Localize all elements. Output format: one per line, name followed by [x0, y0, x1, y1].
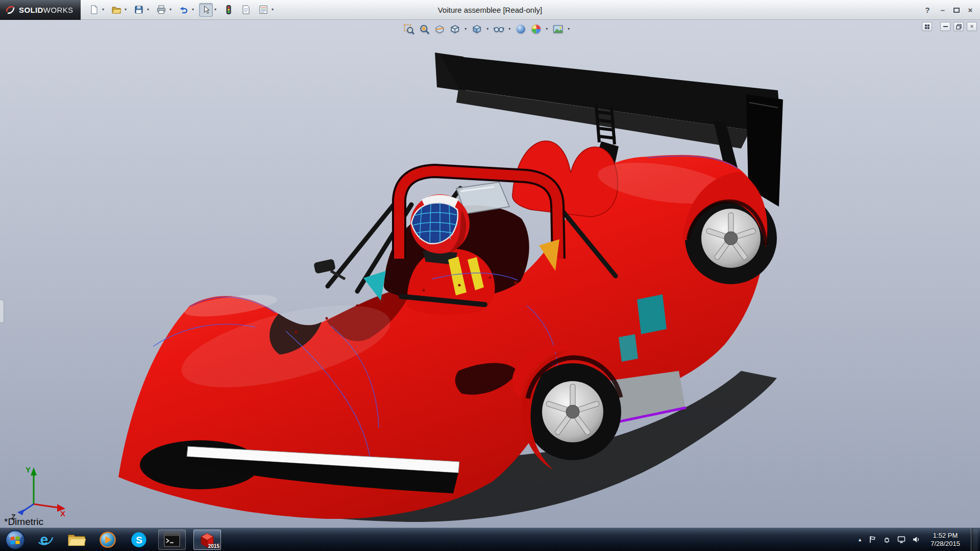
main-toolbar: ▾ ▾ ▾: [87, 3, 279, 17]
edit-appearance-dropdown[interactable]: ▾: [544, 27, 549, 32]
view-settings-icon: [552, 23, 564, 35]
document-minimize-button[interactable]: [940, 22, 950, 31]
rebuild-button[interactable]: [222, 3, 235, 17]
zoom-to-area-icon: [419, 23, 430, 35]
view-orientation-button[interactable]: [448, 22, 461, 36]
print-dropdown[interactable]: ▾: [168, 7, 173, 12]
print-button[interactable]: [154, 3, 168, 17]
media-player-button[interactable]: [96, 530, 119, 550]
app-brand: SOLIDWORKS: [19, 6, 74, 14]
options-button[interactable]: [256, 3, 270, 17]
view-orientation-icon: [449, 23, 460, 35]
internet-explorer-button[interactable]: e: [34, 530, 57, 550]
options-icon: [258, 5, 268, 15]
car-3d-model[interactable]: [0, 20, 980, 528]
open-button[interactable]: [109, 3, 123, 17]
triad-x-label: X: [60, 509, 65, 518]
hardware-tray-icon[interactable]: [883, 536, 891, 543]
save-button[interactable]: [132, 3, 145, 17]
file-properties-button[interactable]: [239, 3, 253, 17]
hide-show-items-dropdown[interactable]: ▾: [507, 27, 512, 32]
select-cursor-icon: [202, 5, 211, 14]
new-document-icon: [89, 5, 99, 15]
undo-dropdown[interactable]: ▾: [190, 7, 195, 12]
view-orientation-label: *Dimetric: [4, 516, 43, 528]
select-button[interactable]: [199, 3, 213, 17]
desktop: SOLIDWORKS ▾ ▾: [0, 0, 980, 551]
close-button[interactable]: ×: [966, 6, 975, 14]
display-tray-icon[interactable]: [897, 536, 905, 543]
apply-scene-button[interactable]: [513, 22, 527, 36]
graphics-viewport[interactable]: ▾ ▾ ▾: [0, 20, 980, 528]
display-style-dropdown[interactable]: ▾: [485, 27, 490, 32]
zoom-to-area-button[interactable]: [417, 22, 431, 36]
save-dropdown[interactable]: ▾: [145, 7, 151, 12]
edit-appearance-button[interactable]: [529, 22, 543, 36]
document-close-button[interactable]: ×: [967, 22, 977, 31]
open-dropdown[interactable]: ▾: [123, 7, 128, 12]
section-view-icon: [434, 23, 445, 35]
zoom-to-fit-icon: [403, 23, 414, 35]
clock-time: 1:52 PM: [930, 532, 960, 540]
brand-bold: SOLID: [19, 6, 43, 14]
minimize-button[interactable]: –: [938, 6, 947, 14]
show-hidden-icons-button[interactable]: ▲: [857, 537, 862, 542]
new-document-dropdown[interactable]: ▾: [101, 7, 106, 12]
undo-button[interactable]: [177, 3, 190, 17]
save-icon: [134, 5, 144, 15]
view-settings-dropdown[interactable]: ▾: [566, 27, 571, 32]
clock-date: 7/28/2015: [930, 540, 960, 548]
select-dropdown[interactable]: ▾: [213, 7, 218, 12]
file-properties-icon: [241, 5, 251, 15]
folder-icon: [67, 532, 86, 547]
window-controls: ? – ×: [923, 0, 975, 20]
media-player-icon: [99, 531, 116, 548]
view-orientation-dropdown[interactable]: ▾: [463, 27, 468, 32]
reference-triad: Y X Z: [7, 459, 68, 520]
brand-light: WORKS: [43, 6, 74, 14]
display-style-button[interactable]: [470, 22, 483, 36]
print-icon: [156, 5, 166, 15]
taskbar: e S: [0, 528, 980, 551]
section-view-button[interactable]: [432, 22, 446, 36]
triad-y-label: Y: [26, 465, 31, 474]
solidworks-version-badge: 2015: [208, 543, 219, 549]
edit-appearance-icon: [530, 23, 542, 35]
taskbar-clock[interactable]: 1:52 PM 7/28/2015: [930, 532, 960, 548]
volume-tray-icon[interactable]: [912, 536, 920, 543]
view-settings-button[interactable]: [551, 22, 565, 36]
svg-text:e: e: [40, 531, 48, 547]
solidworks-taskbar-button[interactable]: 2015: [193, 530, 221, 550]
open-folder-icon: [111, 5, 121, 15]
help-button[interactable]: ?: [923, 6, 932, 14]
show-desktop-button[interactable]: [971, 528, 978, 551]
display-style-icon: [471, 23, 482, 35]
document-window-controls: ×: [922, 22, 977, 31]
taskbar-apps: e S: [34, 530, 221, 550]
zoom-to-fit-button[interactable]: [402, 22, 415, 36]
view-toolbar: ▾ ▾ ▾: [402, 22, 571, 36]
action-center-flag-icon[interactable]: [869, 536, 876, 543]
skype-button[interactable]: S: [127, 530, 151, 550]
pane-layout-button[interactable]: [922, 22, 932, 31]
command-prompt-icon: [163, 532, 181, 547]
undo-icon: [179, 5, 189, 15]
svg-text:S: S: [136, 534, 142, 545]
rebuild-icon: [224, 5, 234, 15]
hide-show-items-button[interactable]: [492, 22, 505, 36]
options-dropdown[interactable]: ▾: [270, 7, 275, 12]
pane-splitter-handle[interactable]: [0, 299, 4, 323]
apply-scene-icon: [515, 23, 526, 35]
maximize-button[interactable]: [953, 8, 960, 13]
document-restore-button[interactable]: [953, 22, 964, 31]
restore-icon: [956, 24, 962, 30]
command-prompt-button[interactable]: [158, 530, 186, 550]
new-document-button[interactable]: [87, 3, 101, 17]
minimize-icon: [943, 26, 948, 27]
solidworks-logo: SOLIDWORKS: [0, 0, 81, 20]
start-button[interactable]: [5, 530, 26, 550]
windows-start-icon: [5, 530, 26, 550]
hide-show-items-icon: [493, 23, 504, 35]
titlebar: SOLIDWORKS ▾ ▾: [0, 0, 980, 20]
windows-explorer-button[interactable]: [65, 530, 88, 550]
